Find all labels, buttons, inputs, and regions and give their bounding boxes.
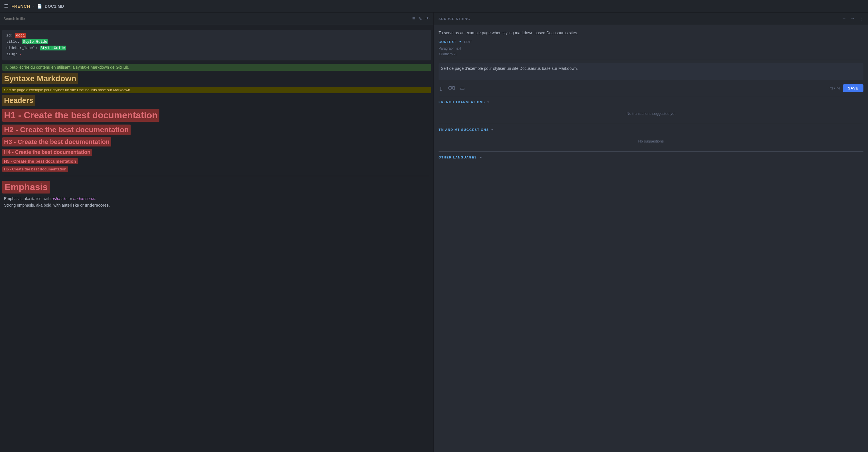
- eye-icon[interactable]: 👁: [426, 16, 430, 21]
- save-button[interactable]: SAVE: [843, 84, 863, 92]
- search-bar: ≡ ✎ 👁: [0, 12, 433, 25]
- context-info: Paragraph text XPath: /p[2]: [439, 46, 863, 57]
- right-header-icons: ← → ⋮: [842, 16, 863, 21]
- editor-area: id: doc1 title: Style Guide sidebar_labe…: [0, 25, 433, 452]
- no-suggestions-text: No suggestions: [439, 134, 863, 149]
- h3-heading: H3 - Create the best documentation: [2, 137, 111, 147]
- source-string-label: SOURCE STRING: [439, 17, 470, 21]
- file-icon: 📄: [37, 4, 42, 8]
- more-icon[interactable]: ⋮: [859, 16, 863, 21]
- section-markdown-heading: Syntaxe Markdown: [2, 73, 78, 84]
- h5-heading: H5 - Create the best documentation: [2, 158, 78, 164]
- forward-icon[interactable]: →: [850, 16, 855, 21]
- french-translations-arrow[interactable]: ▾: [487, 100, 489, 104]
- tm-mt-section: TM AND MT SUGGESTIONS ▾: [439, 128, 863, 132]
- main-layout: ≡ ✎ 👁 id: doc1 title: Style Guide: [0, 12, 868, 452]
- divider-right-2: [439, 96, 863, 96]
- intro-line: Tu peux écrire du contenu en utilisant l…: [2, 64, 431, 71]
- strong-underscores: underscores: [85, 203, 108, 207]
- code-title-line: title: Style Guide: [6, 39, 427, 45]
- divider-right-4: [439, 151, 863, 152]
- topnav: ☰ FRENCH › 📄 DOC1.MD: [0, 0, 868, 12]
- headers-heading: Headers: [2, 95, 35, 106]
- emphasis-line2: Strong emphasis, aka bold, with asterisk…: [2, 202, 431, 208]
- right-panel: SOURCE STRING ← → ⋮ To serve as an examp…: [434, 12, 868, 452]
- content-area: Tu peux écrire du contenu en utilisant l…: [0, 62, 433, 210]
- xpath-label: XPath: /p[2]: [439, 52, 863, 57]
- tm-mt-arrow[interactable]: ▾: [491, 128, 493, 132]
- source-string-text: To serve as an example page when styling…: [439, 30, 863, 36]
- breadcrumb-arrow: ›: [33, 4, 34, 8]
- edit-label[interactable]: EDIT: [464, 40, 472, 43]
- h4-heading: H4 - Create the best documentation: [2, 149, 92, 156]
- code-id-line: id: doc1: [6, 32, 427, 39]
- no-translations-text: No translations suggested yet: [439, 106, 863, 121]
- code-title-key: title:: [6, 40, 20, 44]
- left-panel: ≡ ✎ 👁 id: doc1 title: Style Guide: [0, 12, 434, 452]
- back-icon[interactable]: ←: [842, 16, 846, 21]
- context-dropdown-arrow[interactable]: ▾: [459, 40, 461, 43]
- divider-right-1: [439, 60, 863, 60]
- char-count: 73 • 74: [829, 86, 840, 90]
- split-btn[interactable]: ▭: [459, 84, 466, 93]
- context-label: CONTEXT: [439, 40, 457, 43]
- copy-btn[interactable]: ▯: [439, 84, 444, 93]
- divider: [4, 176, 429, 176]
- project-label[interactable]: FRENCH: [11, 4, 30, 8]
- other-languages-arrow[interactable]: ►: [479, 156, 482, 159]
- search-input[interactable]: [3, 17, 409, 21]
- code-slug-line: slug: /: [6, 51, 427, 58]
- delete-btn[interactable]: ⌫: [446, 84, 456, 93]
- french-translations-label: FRENCH TRANSLATIONS: [439, 100, 485, 104]
- code-sidebar-val: Style Guide: [40, 45, 66, 51]
- h1-heading: H1 - Create the best documentation: [2, 109, 159, 122]
- tm-mt-label: TM AND MT SUGGESTIONS: [439, 128, 489, 131]
- edit-icon[interactable]: ✎: [418, 16, 422, 21]
- paragraph-text-label: Paragraph text: [439, 46, 863, 51]
- code-title-val: Style Guide: [22, 39, 48, 44]
- list-icon[interactable]: ≡: [412, 16, 415, 21]
- other-languages-label: OTHER LANGUAGES: [439, 156, 477, 159]
- em-underscores: underscores: [73, 196, 95, 201]
- code-slug-val: /: [20, 52, 22, 57]
- strong-asterisks: asterisks: [62, 203, 79, 207]
- code-id-key: id:: [6, 33, 13, 38]
- translation-text[interactable]: Sert de page d'exemple pour styliser un …: [439, 63, 863, 80]
- menu-icon[interactable]: ☰: [4, 3, 8, 9]
- divider-right-3: [439, 124, 863, 124]
- emphasis-line1: Emphasis, aka italics, with asterisks or…: [2, 195, 431, 202]
- right-content: To serve as an example page when styling…: [434, 25, 868, 452]
- em-asterisks: asterisks: [52, 196, 67, 201]
- code-sidebar-key: sidebar_label:: [6, 46, 37, 50]
- translation-actions: ▯ ⌫ ▭ 73 • 74 SAVE: [439, 84, 863, 93]
- sert-line: Sert de page d'exemple pour styliser un …: [2, 87, 431, 93]
- code-slug-key: slug:: [6, 52, 18, 57]
- code-id-val: doc1: [15, 33, 26, 38]
- context-bar: CONTEXT ▾ EDIT: [439, 40, 863, 43]
- filename-label[interactable]: DOC1.MD: [45, 4, 64, 8]
- french-translations-section: FRENCH TRANSLATIONS ▾: [439, 100, 863, 104]
- code-sidebar-line: sidebar_label: Style Guide: [6, 45, 427, 51]
- right-header: SOURCE STRING ← → ⋮: [434, 12, 868, 25]
- emphasis-heading: Emphasis: [2, 181, 50, 194]
- search-icons: ≡ ✎ 👁: [412, 16, 430, 21]
- h2-heading: H2 - Create the best documentation: [2, 125, 131, 135]
- code-block: id: doc1 title: Style Guide sidebar_labe…: [2, 30, 431, 60]
- other-languages-section: OTHER LANGUAGES ►: [439, 156, 863, 159]
- h6-heading: H6 - Create the best documentation: [2, 166, 68, 172]
